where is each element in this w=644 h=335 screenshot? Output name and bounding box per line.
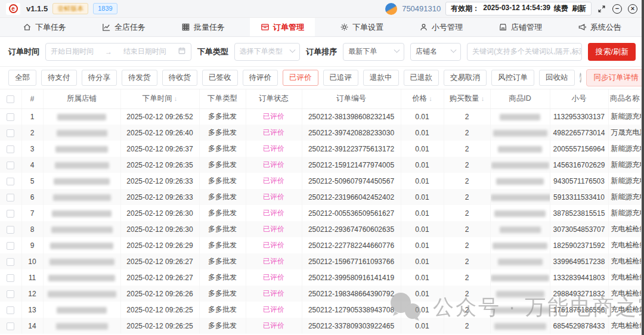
order-price: 0.01	[401, 108, 444, 125]
nav-item-system-notice[interactable]: 系统公告	[567, 18, 632, 36]
row-checkbox[interactable]	[7, 258, 14, 266]
order-type: 多多批发	[199, 157, 246, 173]
order-price: 0.01	[401, 318, 444, 334]
row-index: 14	[21, 318, 43, 334]
row-checkbox[interactable]	[7, 210, 14, 218]
status-tab[interactable]: 已退款	[404, 70, 439, 86]
row-checkbox[interactable]	[7, 113, 14, 121]
order-sort-label: 订单排序	[306, 46, 337, 57]
row-checkbox[interactable]	[7, 162, 14, 169]
info-icon[interactable]: i	[580, 73, 581, 83]
row-index: 1	[21, 108, 43, 125]
status-tab[interactable]: 待发货	[122, 70, 157, 86]
minimize-icon[interactable]: −	[612, 4, 623, 14]
status-tab[interactable]: 待支付	[41, 70, 77, 86]
search-field-select[interactable]: 店铺名	[410, 43, 461, 61]
window-edge-scrollbar[interactable]	[642, 0, 644, 335]
order-quantity: 2	[444, 189, 490, 205]
status-tab[interactable]: 回收站	[539, 70, 575, 86]
product-name: 新能源充电	[608, 189, 642, 205]
product-id-redacted	[491, 162, 549, 169]
shop-name-redacted	[55, 162, 109, 169]
status-tabs-bar: 全部 待支付 待分享 待发货 待收货 已签收 待评价 已评价 已追评 退款中 已…	[0, 67, 644, 89]
order-type: 多多批发	[199, 189, 246, 205]
row-index: 5	[21, 173, 43, 189]
column-header-10: 小号	[550, 89, 608, 108]
order-type-select[interactable]: 选择下单类型	[234, 43, 301, 61]
buyer-account: 3399649517238	[550, 253, 608, 269]
order-quantity: 2	[444, 237, 490, 253]
order-time: 2025-02-12 09:26:52	[120, 108, 199, 125]
range-arrow-icon: →	[105, 48, 112, 56]
row-checkbox[interactable]	[7, 145, 14, 153]
nav-item-shop-manage[interactable]: 店铺管理	[488, 18, 553, 36]
table-row: 4 2025-02-12 09:26:35 多多批发 已评价 250212-15…	[0, 157, 642, 173]
row-checkbox[interactable]	[7, 306, 14, 314]
sort-desc-icon[interactable]: ↓	[174, 95, 178, 102]
product-name: 充电桩枪线	[608, 318, 642, 334]
order-sort-select[interactable]: 最新下单	[343, 43, 404, 61]
shop-name-redacted	[48, 291, 116, 297]
order-status: 已评价	[246, 173, 302, 189]
row-index: 11	[21, 269, 43, 286]
close-icon[interactable]: ×	[627, 4, 638, 14]
product-id-redacted	[491, 307, 550, 314]
status-tab[interactable]: 待收货	[162, 70, 198, 86]
row-checkbox[interactable]	[7, 129, 14, 137]
nav-item-store-task[interactable]: 全店任务	[91, 18, 156, 36]
order-type: 多多批发	[199, 286, 246, 302]
search-refresh-button[interactable]: 搜索/刷新	[588, 43, 636, 61]
sort-desc-icon[interactable]: ↓	[481, 95, 485, 102]
keyword-input[interactable]: 关键词(支持多个关键词以,隔开,标注模糊的不	[467, 43, 582, 61]
product-id-redacted	[496, 291, 544, 297]
row-checkbox[interactable]	[7, 242, 14, 250]
column-header-8[interactable]: 购买数量↓	[444, 89, 490, 108]
status-tab[interactable]: 交易取消	[444, 70, 487, 86]
end-date-placeholder: 结束日期时间	[123, 46, 166, 57]
product-id-redacted	[493, 243, 547, 249]
row-checkbox[interactable]	[7, 322, 14, 330]
nav-item-batch-task[interactable]: 批量任务	[171, 18, 236, 36]
shop-name-redacted	[54, 178, 110, 185]
row-checkbox[interactable]	[7, 194, 14, 201]
order-price: 0.01	[401, 173, 444, 189]
order-quantity: 2	[444, 269, 490, 286]
table-row: 5 2025-02-12 09:26:33 多多批发 已评价 250212-50…	[0, 173, 642, 189]
nav-item-order-task[interactable]: 下单任务	[12, 18, 77, 36]
order-time: 2025-02-12 09:26:25	[120, 302, 199, 318]
select-all-checkbox[interactable]	[7, 95, 14, 103]
sync-order-detail-button[interactable]: 同步订单详情	[586, 69, 644, 86]
row-index: 7	[21, 205, 43, 221]
navbar: 下单任务 全店任务 批量任务 订单管理 下单设置 小号管理 店铺管理	[0, 18, 644, 37]
row-checkbox[interactable]	[7, 226, 14, 234]
table-row: 14 2025-02-12 09:26:25 多多批发 已评价 250212-3…	[0, 318, 642, 334]
status-tab[interactable]: 全部	[8, 70, 36, 86]
table-row: 10 2025-02-12 09:26:27 多多批发 已评价 250212-1…	[0, 253, 642, 269]
row-checkbox[interactable]	[7, 178, 14, 185]
renew-link[interactable]: 续费	[554, 4, 568, 14]
row-checkbox[interactable]	[7, 274, 14, 282]
nav-item-order-manage[interactable]: 订单管理	[250, 18, 315, 36]
status-tab[interactable]: 已签收	[202, 70, 238, 86]
fullscreen-icon[interactable]	[596, 4, 607, 14]
status-tab[interactable]: 风控订单	[491, 70, 534, 86]
nav-item-order-setting[interactable]: 下单设置	[329, 18, 394, 36]
status-tab[interactable]: 待评价	[243, 70, 278, 86]
row-checkbox[interactable]	[7, 290, 14, 298]
sort-desc-icon[interactable]: ↓	[429, 95, 432, 102]
refresh-link[interactable]: 刷新	[572, 4, 586, 14]
status-tab[interactable]: 已追评	[323, 70, 359, 86]
buyer-account: 1825902371592	[550, 237, 608, 253]
user-avatar[interactable]	[385, 3, 397, 15]
horn-icon	[578, 23, 587, 32]
column-header-7[interactable]: 价格↓	[401, 89, 444, 108]
column-header-3[interactable]: 下单时间↓	[120, 89, 199, 108]
date-range-input[interactable]: 开始日期时间 → 结束日期时间	[45, 43, 191, 61]
order-quantity: 2	[444, 318, 490, 334]
status-tab[interactable]: 退款中	[363, 70, 399, 86]
status-tab[interactable]: 已评价	[283, 70, 318, 86]
status-tab[interactable]: 待分享	[82, 70, 117, 86]
order-number: 250212-381398608232145	[302, 108, 401, 125]
nav-item-account-manage[interactable]: 小号管理	[408, 18, 473, 36]
order-price: 0.01	[401, 205, 444, 221]
